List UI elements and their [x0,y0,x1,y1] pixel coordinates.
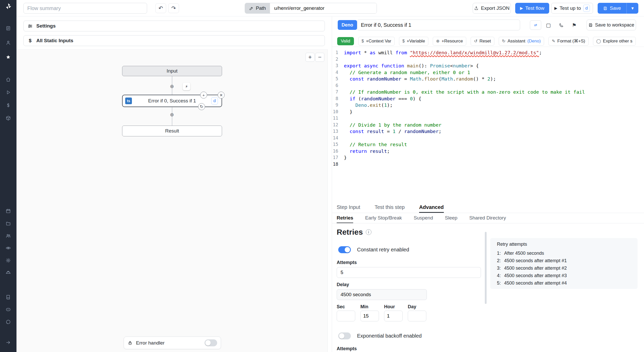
input-node[interactable]: Input [122,66,222,76]
fullscreen-button[interactable]: ▢ [544,21,553,29]
sidebar-item-runs-play[interactable] [0,87,16,98]
code-line[interactable]: 18 [332,161,644,168]
exponential-backoff-toggle[interactable] [338,332,351,339]
tab-early-stop-break[interactable]: Early Stop/Break [365,213,402,223]
code-line[interactable]: 9 Deno.exit(1); [332,102,644,109]
code-line[interactable]: 8 if (randomNumber === 0) { [332,95,644,102]
flow-settings-bar[interactable]: Settings [23,21,325,31]
code-line[interactable]: 16 return result; [332,148,644,155]
code-line[interactable]: 14 [332,135,644,142]
sidebar-item-variables[interactable] [0,100,16,110]
sidebar-item-audit[interactable] [0,243,16,253]
variable-button[interactable]: $+Variable [399,37,428,46]
sidebar-item-home[interactable] [0,74,16,85]
swap-view-button[interactable]: ⇄ [530,20,541,30]
tab-test-this-step[interactable]: Test this step [375,202,405,213]
code-line[interactable]: 2 [332,56,644,63]
folder-icon [6,221,11,226]
delay-input[interactable] [337,289,427,300]
sidebar-item-discord[interactable] [0,304,16,315]
windmill-logo[interactable] [0,3,16,10]
context-var-button[interactable]: $+Context Var [358,37,395,46]
test-flow-button[interactable]: ▶ Test flow [515,3,549,14]
code-line[interactable]: 10 } [332,109,644,115]
export-json-button[interactable]: Export JSON [473,3,511,14]
test-up-to-button[interactable]: ▶ Test up to d [551,3,593,14]
step-name-input[interactable] [357,20,520,30]
tab-advanced[interactable]: Advanced [419,202,444,213]
code-line[interactable]: 11 [332,115,644,122]
sidebar-item-folders[interactable] [0,218,16,228]
tab-retries[interactable]: Retries [337,213,353,223]
save-to-workspace-button[interactable]: Save to workspace [587,20,636,30]
sidebar-item-schedules[interactable] [0,206,16,216]
result-node[interactable]: Result [122,126,222,136]
path-chip: Path [245,3,270,13]
code-line[interactable]: 6 [332,82,644,89]
tab-sleep[interactable]: Sleep [445,213,457,223]
path-control[interactable]: Path u/henri/error_generator [245,3,377,14]
error-handler-toggle[interactable] [205,339,217,346]
save-button[interactable]: Save [598,3,626,14]
flow-summary-input[interactable] [23,3,147,14]
all-static-inputs-bar[interactable]: $ All Static Inputs [23,35,325,46]
constant-retry-toggle[interactable] [338,246,351,253]
insert-step-button[interactable]: ⊕ [168,83,175,90]
format-button[interactable]: ✎Format (⌘+S) [548,37,589,46]
sidebar-item-user[interactable] [0,37,16,48]
tab-suspend[interactable]: Suspend [414,213,433,223]
attempts-input[interactable] [337,267,481,278]
code-line[interactable]: 12 // Divide 1 by the random number [332,122,644,128]
trigger-button[interactable]: ⚡ [183,83,190,90]
sidebar-item-settings[interactable] [0,255,16,266]
language-badge[interactable]: Deno [338,20,357,30]
node-delete-button[interactable]: ✕ [218,92,225,99]
call-button[interactable] [557,21,565,29]
code-line[interactable]: 15 // Return the result [332,141,644,148]
sidebar-item-github[interactable] [0,317,16,327]
save-dropdown-button[interactable]: ▾ [626,3,638,14]
step-node-title: Error if 0, Success if 1 [148,98,196,104]
code-line[interactable]: 1import * as wmill from "https://deno.la… [332,49,644,56]
node-add-button[interactable]: + [200,92,207,99]
zoom-out-button[interactable]: − [315,53,324,62]
sec-input[interactable] [337,311,355,321]
insert-step-button[interactable]: ⊕ [168,111,175,118]
code-line[interactable]: 4 // Generate a random number, either 0 … [332,69,644,76]
code-line[interactable]: 17} [332,154,644,161]
min-input[interactable] [360,311,379,321]
sidebar-item-workers[interactable] [0,268,16,278]
redo-button[interactable]: ↷ [168,3,179,13]
flow-canvas[interactable]: + − Input ⊕ ⚡ ts Error if 0, Success if … [16,49,328,352]
reset-button[interactable]: ↺Reset [471,37,494,46]
info-icon[interactable]: i [366,229,371,235]
node-retry-button[interactable]: ↻ [198,103,205,110]
hour-input[interactable] [384,311,403,321]
assistant-button[interactable]: ↻Assistant(Deno) [499,37,544,46]
sidebar-item-groups[interactable] [0,231,16,241]
code-line[interactable]: 5 const randomNumber = Math.floor(Math.r… [332,76,644,82]
code-editor[interactable]: 1import * as wmill from "https://deno.la… [332,47,644,202]
step-node[interactable]: ts Error if 0, Success if 1 d + ✕ ↻ [122,95,222,107]
path-value[interactable]: u/henri/error_generator [270,3,377,13]
day-input[interactable] [408,311,426,321]
scrollbar-thumb[interactable] [485,232,487,304]
retry-attempt-item: 2:4500 seconds after attempt #1 [497,257,638,265]
explore-button[interactable]: ◯Explore other s [593,37,636,46]
undo-button[interactable]: ↶ [155,3,166,13]
sidebar-item-docs[interactable] [0,292,16,302]
tab-step-input[interactable]: Step Input [337,202,360,213]
sidebar-item-resources[interactable] [0,113,16,123]
code-line[interactable]: 13 const result = 1 / randomNumber; [332,128,644,135]
milestone-button[interactable]: ⚑ [570,21,578,29]
code-line[interactable]: 3export async function main(): Promise<n… [332,63,644,69]
sidebar-item-favorites[interactable] [0,51,16,63]
tab-shared-directory[interactable]: Shared Directory [469,213,506,223]
error-handler-bar[interactable]: Error handler [124,337,221,349]
zoom-in-button[interactable]: + [306,53,315,62]
code-line[interactable]: 7 // If randomNumber is 0, exit the scri… [332,89,644,95]
resource-button[interactable]: ⊕+Resource [433,37,466,46]
sidebar-expand-button[interactable] [0,337,16,348]
sidebar-item-runs[interactable] [0,23,16,34]
time-fields: SecMinHourDay [337,304,644,321]
